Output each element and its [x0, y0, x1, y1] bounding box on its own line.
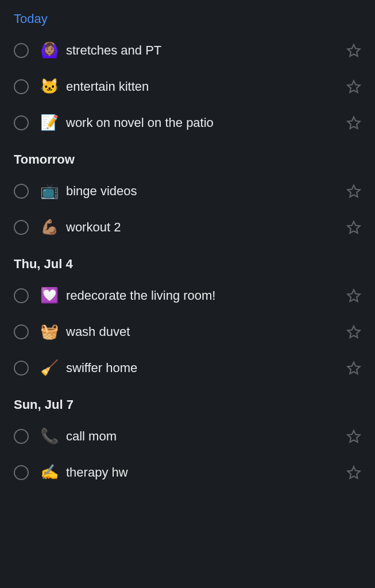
star-icon[interactable]	[346, 429, 361, 444]
star-icon[interactable]	[346, 288, 361, 303]
task-row[interactable]: 📝work on novel on the patio	[0, 105, 375, 141]
star-icon[interactable]	[346, 184, 361, 199]
complete-checkbox[interactable]	[14, 361, 29, 376]
task-label: entertain kitten	[66, 79, 335, 94]
section-header: Tomorrow	[0, 141, 375, 173]
star-icon[interactable]	[346, 465, 361, 480]
star-icon[interactable]	[346, 220, 361, 235]
task-emoji-icon: 🧹	[40, 359, 57, 377]
task-row[interactable]: 🙆🏽‍♀️stretches and PT	[0, 32, 375, 68]
task-row[interactable]: 🧺wash duvet	[0, 314, 375, 350]
task-emoji-icon: 💟	[40, 287, 57, 304]
complete-checkbox[interactable]	[14, 288, 29, 303]
star-icon[interactable]	[346, 324, 361, 339]
star-icon[interactable]	[346, 361, 361, 376]
star-icon[interactable]	[346, 115, 361, 130]
task-emoji-icon: 📞	[40, 427, 57, 445]
task-emoji-icon: 📺	[40, 182, 57, 200]
task-label: wash duvet	[66, 324, 335, 339]
task-emoji-icon: 🐱	[40, 78, 57, 95]
task-label: stretches and PT	[66, 43, 335, 58]
complete-checkbox[interactable]	[14, 43, 29, 58]
task-row[interactable]: 📞call mom	[0, 418, 375, 454]
complete-checkbox[interactable]	[14, 220, 29, 235]
task-row[interactable]: 💟redecorate the living room!	[0, 277, 375, 314]
complete-checkbox[interactable]	[14, 465, 29, 480]
complete-checkbox[interactable]	[14, 324, 29, 339]
task-row[interactable]: ✍️therapy hw	[0, 454, 375, 490]
task-label: therapy hw	[66, 465, 335, 480]
task-row[interactable]: 📺binge videos	[0, 173, 375, 209]
section-header: Sun, Jul 7	[0, 386, 375, 418]
task-label: redecorate the living room!	[66, 288, 335, 303]
complete-checkbox[interactable]	[14, 115, 29, 130]
task-label: work on novel on the patio	[66, 115, 335, 130]
task-row[interactable]: 💪🏽workout 2	[0, 209, 375, 245]
task-emoji-icon: 💪🏽	[40, 218, 57, 236]
task-emoji-icon: 🧺	[40, 323, 57, 341]
task-label: binge videos	[66, 184, 335, 199]
complete-checkbox[interactable]	[14, 184, 29, 199]
task-emoji-icon: ✍️	[40, 463, 57, 481]
task-row[interactable]: 🧹swiffer home	[0, 350, 375, 386]
section-header: Today	[0, 0, 375, 32]
complete-checkbox[interactable]	[14, 429, 29, 444]
task-emoji-icon: 📝	[40, 114, 57, 131]
star-icon[interactable]	[346, 43, 361, 58]
task-label: workout 2	[66, 220, 335, 235]
section-header: Thu, Jul 4	[0, 245, 375, 277]
task-label: call mom	[66, 429, 335, 444]
task-row[interactable]: 🐱entertain kitten	[0, 68, 375, 105]
task-label: swiffer home	[66, 361, 335, 376]
complete-checkbox[interactable]	[14, 79, 29, 94]
task-list: Today🙆🏽‍♀️stretches and PT🐱entertain kit…	[0, 0, 375, 490]
task-emoji-icon: 🙆🏽‍♀️	[40, 41, 57, 59]
star-icon[interactable]	[346, 79, 361, 94]
